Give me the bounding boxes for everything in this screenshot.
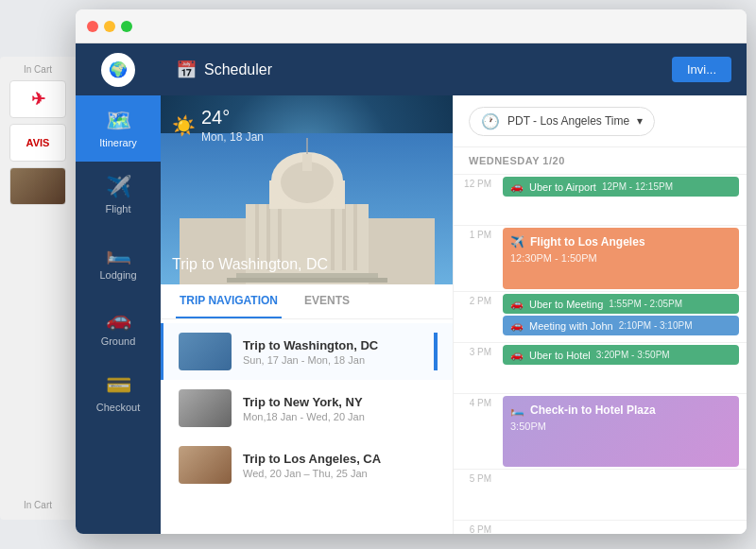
invite-button[interactable]: Invi... <box>672 57 731 82</box>
time-events <box>499 521 747 534</box>
app-logo: 🌍 <box>76 43 161 95</box>
calendar-body[interactable]: 12 PM 🚗 Uber to Airport 12PM - 12:15PM <box>454 174 747 534</box>
tab-events[interactable]: EVENTS <box>301 284 353 318</box>
event-meeting-john[interactable]: 🚗 Meeting with John 2:10PM - 3:10PM <box>503 316 739 335</box>
time-label: 6 PM <box>454 521 499 534</box>
trip-list: Trip to Washington, DC Sun, 17 Jan - Mon… <box>161 319 453 534</box>
trip-thumb-la <box>179 446 232 484</box>
sidebar-item-flight[interactable]: ✈️ Flight <box>76 162 161 228</box>
ground-icon: 🚗 <box>106 307 131 332</box>
logo-circle: 🌍 <box>101 53 135 87</box>
top-bar: 📅 Scheduler Invi... <box>161 43 747 95</box>
clock-icon: 🕐 <box>481 112 500 130</box>
time-events: ✈️ Flight to Los Angeles 12:30PM - 1:50P… <box>499 226 747 291</box>
trip-name: Trip to Washington, DC <box>243 338 422 352</box>
trip-dates: Mon,18 Jan - Wed, 20 Jan <box>243 411 438 422</box>
time-grid: 12 PM 🚗 Uber to Airport 12PM - 12:15PM <box>454 174 747 534</box>
list-item[interactable]: Trip to New York, NY Mon,18 Jan - Wed, 2… <box>161 380 453 437</box>
trip-info: Trip to Los Angeles, CA Wed, 20 Jan – Th… <box>243 452 438 479</box>
sidebar-item-label-ground: Ground <box>101 335 136 347</box>
sidebar-item-checkout[interactable]: 💳 Checkout <box>76 360 161 426</box>
time-events: 🚗 Uber to Hotel 3:20PM - 3:50PM <box>499 343 747 393</box>
event-time: 12PM - 12:15PM <box>602 181 673 192</box>
logo-icon: 🌍 <box>109 60 128 78</box>
event-title: Uber to Airport <box>529 181 596 193</box>
time-row: 3 PM 🚗 Uber to Hotel 3:20PM - 3:50PM <box>454 342 747 393</box>
time-events <box>499 470 747 520</box>
cart-bottom-label: In Cart <box>24 500 52 510</box>
avis-logo: AVIS <box>26 137 50 148</box>
event-hotel-checkin[interactable]: 🛏️ Check-in to Hotel Plaza 3:50PM <box>503 396 739 467</box>
sidebar-item-itinerary[interactable]: 🗺️ Itinerary <box>76 95 161 162</box>
event-title: Uber to Meeting <box>529 299 603 310</box>
sidebar-item-ground[interactable]: 🚗 Ground <box>76 294 161 360</box>
active-indicator <box>434 333 438 370</box>
scheduler-icon: 📅 <box>176 60 197 80</box>
trip-title: Trip to Washington, DC <box>172 256 328 273</box>
close-dot[interactable] <box>87 21 98 32</box>
sidebar-item-lodging[interactable]: 🛏️ Lodging <box>76 228 161 294</box>
hero-image: ☀️ 24° Mon, 18 Jan Trip to Washington, D… <box>161 95 453 284</box>
app-window: 🌍 🗺️ Itinerary ✈️ Flight 🛏️ Lodging 🚗 Gr… <box>76 9 747 534</box>
svg-rect-8 <box>331 204 335 270</box>
timezone-label: PDT - Los Angeles Time <box>507 114 629 128</box>
flight-icon: ✈️ <box>106 175 131 199</box>
nav-sidebar: 🌍 🗺️ Itinerary ✈️ Flight 🛏️ Lodging 🚗 Gr… <box>76 43 161 534</box>
time-events: 🚗 Uber to Airport 12PM - 12:15PM <box>499 175 747 225</box>
weather-info: ☀️ 24° Mon, 18 Jan <box>172 107 264 144</box>
event-uber-meeting[interactable]: 🚗 Uber to Meeting 1:55PM - 2:05PM <box>503 294 739 314</box>
time-label: 4 PM <box>454 394 499 469</box>
event-time: 12:30PM - 1:50PM <box>510 252 731 264</box>
timezone-selector[interactable]: 🕐 PDT - Los Angeles Time ▾ <box>469 107 655 136</box>
time-row: 1 PM ✈️ Flight to Los Angeles 12:30PM - … <box>454 225 747 291</box>
time-label: 12 PM <box>454 175 499 225</box>
meeting-icon: 🚗 <box>510 319 524 332</box>
sidebar-item-label-itinerary: Itinerary <box>99 137 137 148</box>
trip-info: Trip to New York, NY Mon,18 Jan - Wed, 2… <box>243 395 438 422</box>
trip-name: Trip to Los Angeles, CA <box>243 452 438 466</box>
svg-rect-10 <box>353 204 357 270</box>
chevron-down-icon: ▾ <box>637 114 643 128</box>
event-uber-airport[interactable]: 🚗 Uber to Airport 12PM - 12:15PM <box>503 177 739 197</box>
uber-icon: 🚗 <box>510 180 524 193</box>
cart-top-label: In Cart <box>24 64 52 75</box>
time-row: 2 PM 🚗 Uber to Meeting 1:55PM - 2:05PM 🚗 <box>454 291 747 342</box>
trip-thumb-ny <box>179 389 232 427</box>
minimize-dot[interactable] <box>104 21 115 32</box>
left-cart-sidebar: In Cart ✈ AVIS In Cart <box>0 57 76 520</box>
event-time: 2:10PM - 3:10PM <box>619 320 693 331</box>
event-title: Check-in to Hotel Plaza <box>530 403 656 417</box>
cart-rental-item[interactable]: AVIS <box>9 124 66 162</box>
sidebar-item-label-lodging: Lodging <box>99 269 136 281</box>
left-panel: ☀️ 24° Mon, 18 Jan Trip to Washington, D… <box>161 95 454 534</box>
event-uber-hotel[interactable]: 🚗 Uber to Hotel 3:20PM - 3:50PM <box>503 345 739 365</box>
event-time: 3:20PM - 3:50PM <box>596 350 670 360</box>
temperature: 24° <box>201 107 264 129</box>
event-title: Flight to Los Angeles <box>530 235 645 249</box>
uber-icon: 🚗 <box>510 349 524 361</box>
trip-name: Trip to New York, NY <box>243 395 438 409</box>
trip-info: Trip to Washington, DC Sun, 17 Jan - Mon… <box>243 338 422 366</box>
list-item[interactable]: Trip to Washington, DC Sun, 17 Jan - Mon… <box>161 323 453 380</box>
list-item[interactable]: Trip to Los Angeles, CA Wed, 20 Jan – Th… <box>161 437 453 493</box>
tab-trip-navigation[interactable]: TRIP NAVIGATION <box>176 284 282 318</box>
event-flight-la[interactable]: ✈️ Flight to Los Angeles 12:30PM - 1:50P… <box>503 228 739 289</box>
trip-dates: Wed, 20 Jan – Thu, 25 Jan <box>243 468 438 479</box>
tabs-bar: TRIP NAVIGATION EVENTS <box>161 284 453 319</box>
svg-rect-9 <box>342 204 346 270</box>
svg-rect-17 <box>227 278 387 283</box>
time-label: 2 PM <box>454 292 499 342</box>
trip-dates: Sun, 17 Jan - Mon, 18 Jan <box>243 354 422 366</box>
maximize-dot[interactable] <box>121 21 132 32</box>
day-header: WEDNESDAY 1/20 <box>454 147 747 174</box>
cart-airline-item[interactable]: ✈ <box>9 80 66 118</box>
sidebar-item-label-flight: Flight <box>106 203 131 214</box>
title-bar <box>76 9 747 43</box>
app-title: Scheduler <box>204 61 272 78</box>
flight-event-icon: ✈️ <box>510 235 524 249</box>
time-label: 3 PM <box>454 343 499 393</box>
event-time: 1:55PM - 2:05PM <box>609 299 682 309</box>
time-events: 🚗 Uber to Meeting 1:55PM - 2:05PM 🚗 Meet… <box>499 292 747 342</box>
cart-hotel-item[interactable] <box>9 167 66 205</box>
main-content: ☀️ 24° Mon, 18 Jan Trip to Washington, D… <box>161 95 747 534</box>
